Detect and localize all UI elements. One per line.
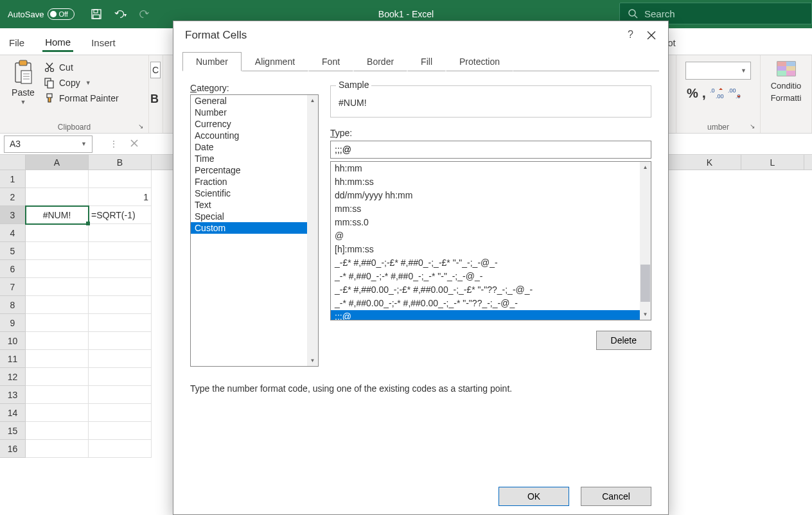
- tab-protection[interactable]: Protection: [446, 52, 513, 71]
- type-input[interactable]: [330, 141, 651, 159]
- category-item[interactable]: Date: [191, 141, 318, 153]
- decrease-decimal-button[interactable]: .00.0: [728, 87, 742, 100]
- tab-border[interactable]: Border: [353, 52, 407, 71]
- copy-button[interactable]: Copy ▼: [44, 77, 119, 89]
- toggle-knob: [50, 11, 57, 17]
- category-item[interactable]: Custom: [191, 222, 318, 234]
- category-item[interactable]: Accounting: [191, 130, 318, 141]
- scroll-up-icon[interactable]: ▲: [307, 95, 318, 106]
- svg-rect-24: [777, 62, 786, 66]
- row-header[interactable]: 15: [0, 422, 26, 440]
- category-item[interactable]: General: [191, 95, 318, 107]
- row-header[interactable]: 14: [0, 404, 26, 422]
- cancel-formula-icon[interactable]: [130, 139, 139, 149]
- col-header-k[interactable]: K: [678, 155, 741, 170]
- row-header[interactable]: 7: [0, 278, 26, 296]
- scrollbar[interactable]: ▲ ▼: [640, 162, 651, 320]
- scroll-up-icon[interactable]: ▲: [640, 162, 651, 173]
- svg-rect-26: [777, 66, 786, 71]
- row-header[interactable]: 9: [0, 314, 26, 332]
- ok-button[interactable]: OK: [499, 487, 569, 506]
- tab-number[interactable]: Number: [182, 52, 242, 71]
- type-list[interactable]: hh:mmhh:mm:ssdd/mm/yyyy hh:mmmm:ssmm:ss.…: [330, 161, 651, 320]
- tab-insert[interactable]: Insert: [89, 32, 118, 51]
- svg-rect-28: [777, 71, 786, 76]
- category-item[interactable]: Number: [191, 107, 318, 118]
- scroll-down-icon[interactable]: ▼: [640, 309, 651, 320]
- row-header[interactable]: 16: [0, 440, 26, 458]
- category-item[interactable]: Currency: [191, 118, 318, 130]
- save-icon[interactable]: [90, 8, 103, 21]
- formula-options-icon[interactable]: ⋮: [109, 139, 118, 149]
- category-item[interactable]: Special: [191, 211, 318, 222]
- toggle-switch[interactable]: Off: [48, 8, 75, 20]
- cancel-button[interactable]: Cancel: [581, 487, 651, 506]
- row-header[interactable]: 3: [0, 206, 26, 224]
- type-item[interactable]: _-* #,##0_-;-* #,##0_-;_-* "-"_-;_-@_-: [331, 270, 651, 283]
- sample-box: Sample #NUM!: [330, 85, 651, 118]
- category-item[interactable]: Percentage: [191, 164, 318, 176]
- type-item[interactable]: _-£* #,##0.00_-;-£* #,##0.00_-;_-£* "-"?…: [331, 283, 651, 297]
- dialog-launcher-icon[interactable]: ↘: [138, 123, 146, 130]
- row-header[interactable]: 5: [0, 242, 26, 260]
- type-item[interactable]: _-* #,##0.00_-;-* #,##0.00_-;_-* "-"??_-…: [331, 297, 651, 310]
- comma-button[interactable]: ,: [702, 85, 706, 101]
- search-icon: [628, 8, 638, 19]
- tab-font[interactable]: Font: [308, 52, 353, 71]
- number-format-dropdown[interactable]: ▼: [685, 62, 751, 80]
- col-header-a[interactable]: A: [26, 155, 89, 170]
- category-item[interactable]: Text: [191, 199, 318, 211]
- type-item[interactable]: _-£* #,##0_-;-£* #,##0_-;_-£* "-"_-;_-@_…: [331, 256, 651, 270]
- row-header[interactable]: 6: [0, 260, 26, 278]
- type-item[interactable]: hh:mm:ss: [331, 175, 651, 189]
- scroll-down-icon[interactable]: ▼: [307, 355, 318, 366]
- tab-file[interactable]: File: [6, 32, 27, 51]
- type-item[interactable]: mm:ss: [331, 202, 651, 216]
- scrollbar[interactable]: ▲ ▼: [307, 95, 318, 366]
- type-item[interactable]: hh:mm: [331, 162, 651, 175]
- redo-icon[interactable]: [139, 8, 152, 21]
- category-item[interactable]: Scientific: [191, 188, 318, 199]
- row-headers: 1 2 3 4 5 6 7 8 9 10 11 12 13 14 15 16: [0, 170, 26, 458]
- percent-button[interactable]: %: [687, 86, 698, 101]
- tab-alignment[interactable]: Alignment: [242, 52, 308, 71]
- conditional-formatting-button[interactable]: Conditio Formatti: [766, 59, 806, 103]
- type-item[interactable]: dd/mm/yyyy hh:mm: [331, 189, 651, 202]
- category-item[interactable]: Fraction: [191, 176, 318, 188]
- row-header[interactable]: 2: [0, 188, 26, 206]
- cell-b2[interactable]: 1: [89, 188, 152, 206]
- cell-b3[interactable]: =SQRT(-1): [89, 206, 152, 224]
- select-all-corner[interactable]: [0, 155, 26, 170]
- type-item[interactable]: @: [331, 229, 651, 243]
- paste-button[interactable]: Paste ▼: [5, 58, 41, 105]
- tab-home[interactable]: Home: [42, 31, 73, 52]
- col-header-b[interactable]: B: [89, 155, 152, 170]
- row-header[interactable]: 4: [0, 224, 26, 242]
- row-header[interactable]: 12: [0, 368, 26, 386]
- row-header[interactable]: 1: [0, 170, 26, 188]
- type-item[interactable]: ;;;@: [331, 310, 651, 320]
- svg-rect-18: [47, 94, 52, 98]
- category-item[interactable]: Time: [191, 153, 318, 164]
- name-box[interactable]: A3 ▼: [4, 135, 93, 153]
- row-header[interactable]: 11: [0, 350, 26, 368]
- row-header[interactable]: 10: [0, 332, 26, 350]
- autosave-toggle[interactable]: AutoSave Off: [8, 8, 75, 20]
- close-icon[interactable]: [644, 28, 659, 43]
- scroll-thumb[interactable]: [640, 265, 650, 302]
- tab-fill[interactable]: Fill: [407, 52, 446, 71]
- row-header[interactable]: 8: [0, 296, 26, 314]
- cell-a3[interactable]: #NUM!: [26, 206, 89, 224]
- help-icon[interactable]: ?: [628, 29, 633, 40]
- type-item[interactable]: mm:ss.0: [331, 216, 651, 229]
- delete-button[interactable]: Delete: [596, 331, 651, 350]
- col-header-l[interactable]: L: [741, 155, 804, 170]
- cut-button[interactable]: Cut: [44, 62, 119, 73]
- row-header[interactable]: 13: [0, 386, 26, 404]
- undo-icon[interactable]: ▾: [114, 8, 127, 21]
- increase-decimal-button[interactable]: .0.00: [710, 87, 724, 100]
- category-list[interactable]: GeneralNumberCurrencyAccountingDateTimeP…: [190, 94, 319, 367]
- dialog-launcher-icon[interactable]: ↘: [750, 123, 757, 130]
- format-painter-button[interactable]: Format Painter: [44, 92, 119, 104]
- type-item[interactable]: [h]:mm:ss: [331, 243, 651, 256]
